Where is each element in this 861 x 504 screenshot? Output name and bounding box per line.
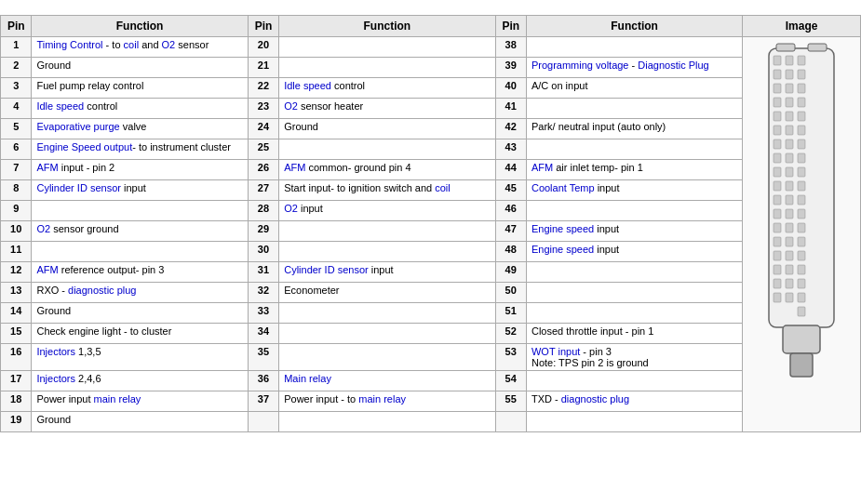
func-cell: AFM air inlet temp- pin 1 (526, 160, 742, 180)
pin-number: 17 (1, 371, 32, 391)
func-cell: Power input - to main relay (279, 391, 495, 412)
link-afm[interactable]: AFM (531, 162, 553, 173)
svg-rect-29 (786, 195, 793, 205)
pin-number: 13 (1, 283, 32, 303)
func-cell (32, 242, 248, 262)
func-cell: WOT input - pin 3Note: TPS pin 2 is grou… (526, 344, 742, 371)
pin-number: 45 (495, 180, 526, 201)
link-injectors[interactable]: Injectors (36, 346, 75, 357)
link-injectors[interactable]: Injectors (36, 373, 75, 384)
func-cell (279, 303, 495, 324)
col-header-func3: Function (526, 16, 742, 37)
pin-number: 42 (495, 119, 526, 139)
func-cell: Engine speed input (526, 221, 742, 242)
func-cell (526, 303, 742, 324)
pin-number: 29 (248, 221, 278, 242)
pin-number: 6 (1, 139, 32, 160)
link-engine-speed-output[interactable]: Engine Speed output (36, 141, 132, 153)
func-cell: RXO - diagnostic plug (32, 283, 248, 303)
svg-rect-6 (774, 126, 781, 135)
svg-rect-43 (798, 139, 805, 149)
connector-image (743, 37, 861, 432)
svg-rect-22 (786, 98, 793, 107)
pin-number: 47 (495, 221, 526, 242)
link-afm[interactable]: AFM (36, 264, 58, 275)
col-header-pin3: Pin (495, 16, 526, 37)
func-cell (32, 201, 248, 221)
svg-rect-23 (786, 112, 793, 121)
svg-rect-18 (774, 293, 781, 302)
pin-number (495, 412, 526, 432)
page-header (0, 0, 861, 15)
link-evap-purge[interactable]: Evaporative purge (36, 121, 119, 132)
func-cell: Programming voltage - Diagnostic Plug (526, 58, 742, 78)
pin-number: 25 (248, 139, 278, 160)
link-diagnostic-plug[interactable]: Diagnostic Plug (638, 60, 708, 71)
svg-rect-30 (786, 209, 793, 219)
pin-number: 41 (495, 99, 526, 119)
pin-number: 51 (495, 303, 526, 324)
link-coolant-temp[interactable]: Coolant Temp (531, 182, 595, 193)
link-prog-voltage[interactable]: Programming voltage (531, 60, 629, 71)
svg-rect-13 (774, 223, 781, 232)
pin-number: 32 (248, 283, 278, 303)
func-cell: AFM reference output- pin 3 (32, 262, 248, 283)
svg-rect-51 (798, 251, 805, 260)
link-coil[interactable]: coil (124, 39, 140, 50)
pin-number: 5 (1, 119, 32, 139)
link-coil[interactable]: coil (435, 182, 451, 193)
pin-number: 4 (1, 99, 32, 119)
svg-rect-12 (774, 209, 781, 219)
link-diagnostic-plug[interactable]: diagnostic plug (561, 393, 629, 405)
svg-rect-38 (798, 70, 805, 79)
link-o2[interactable]: O2 (284, 100, 298, 112)
pin-number: 30 (248, 242, 278, 262)
svg-rect-37 (798, 56, 805, 65)
svg-rect-1 (774, 56, 781, 65)
link-afm[interactable]: AFM (284, 162, 305, 173)
pin-number: 46 (495, 201, 526, 221)
svg-rect-36 (786, 293, 793, 302)
link-idle-speed[interactable]: Idle speed (284, 80, 331, 91)
svg-rect-42 (798, 126, 805, 135)
func-cell (526, 139, 742, 160)
func-cell: Ground (32, 58, 248, 78)
link-engine-speed[interactable]: Engine speed (531, 223, 594, 234)
link-main-relay[interactable]: Main relay (284, 373, 331, 384)
func-cell: Park/ neutral input (auto only) (526, 119, 742, 139)
svg-rect-32 (786, 237, 793, 246)
col-header-func1: Function (32, 16, 248, 37)
svg-rect-25 (786, 139, 793, 149)
func-cell (526, 262, 742, 283)
link-o2[interactable]: O2 (284, 203, 298, 214)
pin-number: 12 (1, 262, 32, 283)
pin-number: 33 (248, 303, 278, 324)
link-diagnostic-plug[interactable]: diagnostic plug (68, 285, 136, 296)
pin-number: 16 (1, 344, 32, 371)
link-idle-speed[interactable]: Idle speed (36, 100, 84, 112)
link-engine-speed[interactable]: Engine speed (531, 244, 594, 255)
pin-number: 9 (1, 201, 32, 221)
func-cell (279, 37, 495, 58)
link-wot-input[interactable]: WOT input (531, 346, 580, 357)
pin-number: 21 (248, 58, 278, 78)
link-cylinder-id[interactable]: Cylinder ID sensor (284, 264, 368, 275)
func-cell: Cylinder ID sensor input (279, 262, 495, 283)
link-main-relay[interactable]: main relay (94, 393, 141, 405)
link-afm[interactable]: AFM (36, 162, 58, 173)
col-header-pin1: Pin (1, 16, 32, 37)
link-main-relay[interactable]: main relay (358, 393, 406, 405)
link-timing-control[interactable]: Timing Control (36, 39, 102, 50)
func-cell: Ground (279, 119, 495, 139)
svg-rect-44 (798, 153, 805, 163)
func-cell (279, 58, 495, 78)
link-o2[interactable]: O2 (162, 39, 176, 50)
link-cylinder-id[interactable]: Cylinder ID sensor (36, 182, 120, 193)
svg-rect-26 (786, 153, 793, 163)
func-cell (279, 242, 495, 262)
func-cell: Econometer (279, 283, 495, 303)
link-o2[interactable]: O2 (36, 223, 50, 234)
svg-rect-35 (786, 279, 793, 288)
col-header-func2: Function (279, 16, 495, 37)
func-cell: Engine Speed output- to instrument clust… (32, 139, 248, 160)
